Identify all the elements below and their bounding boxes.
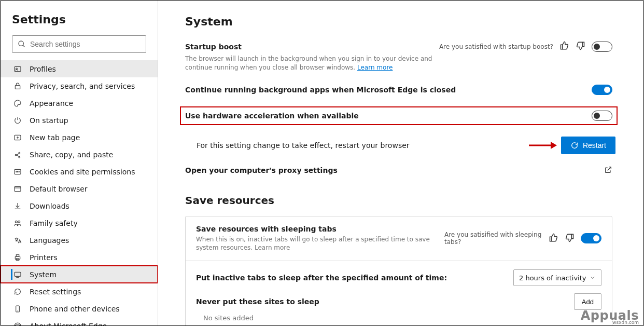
add-site-button[interactable]: Add [574, 293, 601, 310]
save-resources-card: Save resources with sleeping tabs When t… [185, 216, 612, 325]
thumbs-down-icon[interactable] [564, 233, 575, 244]
sidebar-item-label: Cookies and site permissions [30, 168, 135, 176]
hw-accel-title: Use hardware acceleration when available [185, 112, 359, 120]
sleeping-tabs-toggle[interactable] [581, 233, 601, 243]
sidebar-item-label: Privacy, search, and services [30, 82, 135, 90]
download-icon [13, 202, 22, 210]
sidebar-item-privacy[interactable]: Privacy, search, and services [1, 77, 158, 94]
sidebar-item-label: System [30, 270, 57, 279]
profile-icon [13, 65, 22, 73]
sidebar-item-label: Appearance [30, 99, 73, 107]
sleep-learn-more-link[interactable]: Learn more [255, 244, 290, 251]
restart-button-label: Restart [583, 141, 606, 150]
bg-apps-toggle[interactable] [592, 85, 612, 95]
search-input[interactable] [30, 40, 146, 48]
sidebar-item-label: Reset settings [30, 288, 81, 296]
hw-accel-toggle[interactable] [592, 111, 612, 121]
restart-row: For this setting change to take effect, … [197, 137, 612, 154]
sidebar-item-label: On startup [30, 116, 68, 125]
restart-button[interactable]: Restart [561, 137, 615, 154]
refresh-icon [570, 141, 579, 150]
sidebar-item-label: Default browser [30, 185, 88, 193]
inactive-title: Put inactive tabs to sleep after the spe… [196, 274, 447, 282]
startup-boost-title: Startup boost [185, 43, 242, 51]
startup-boost-block: Startup boost Are you satisfied with sta… [185, 40, 612, 72]
startup-boost-toggle[interactable] [592, 42, 612, 52]
svg-point-8 [15, 154, 17, 156]
svg-rect-20 [16, 254, 19, 256]
sidebar-item-cookies[interactable]: Cookies and site permissions [1, 163, 158, 180]
sidebar-item-appearance[interactable]: Appearance [1, 94, 158, 112]
palette-icon [13, 99, 22, 107]
svg-point-18 [18, 221, 20, 223]
sidebar-item-label: Family safety [30, 219, 78, 227]
sidebar-item-printers[interactable]: Printers [1, 249, 158, 266]
svg-point-3 [16, 68, 18, 70]
svg-point-10 [19, 156, 20, 158]
sidebar-item-newtab[interactable]: New tab page [1, 129, 158, 146]
svg-point-17 [15, 221, 17, 223]
sidebar-item-system[interactable]: System [1, 266, 158, 283]
svg-rect-2 [15, 66, 21, 71]
sidebar-item-about[interactable]: About Microsoft Edge [1, 317, 158, 325]
sidebar-item-onstartup[interactable]: On startup [1, 112, 158, 129]
svg-marker-28 [551, 142, 557, 149]
sidebar-nav: Profiles Privacy, search, and services A… [1, 60, 158, 325]
svg-point-0 [19, 41, 23, 46]
share-icon [13, 151, 22, 159]
restart-message: For this setting change to take effect, … [197, 141, 410, 150]
bg-apps-block: Continue running background apps when Mi… [185, 85, 612, 95]
sidebar-item-label: Languages [30, 236, 69, 244]
phone-icon [13, 305, 22, 313]
sidebar-item-reset[interactable]: Reset settings [1, 283, 158, 300]
svg-rect-4 [15, 85, 20, 89]
search-settings-box[interactable] [12, 35, 146, 53]
proxy-title: Open your computer's proxy settings [185, 166, 338, 174]
startup-learn-more-link[interactable]: Learn more [357, 64, 393, 71]
sleeping-tabs-desc: When this is on, inactive tabs will go t… [196, 235, 438, 253]
sidebar-item-profiles[interactable]: Profiles [1, 60, 158, 77]
bg-apps-title: Continue running background apps when Mi… [185, 86, 456, 94]
thumbs-down-icon[interactable] [575, 40, 585, 52]
sidebar-item-phone[interactable]: Phone and other devices [1, 300, 158, 317]
sidebar-item-family[interactable]: Family safety [1, 214, 158, 232]
power-icon [13, 116, 22, 125]
svg-rect-22 [15, 272, 21, 276]
sleeping-tabs-section: Save resources with sleeping tabs When t… [186, 216, 612, 261]
svg-line-1 [23, 45, 24, 47]
svg-rect-15 [15, 186, 21, 191]
sidebar-item-label: Printers [30, 253, 58, 262]
sidebar-item-defaultbrowser[interactable]: Default browser [1, 180, 158, 197]
inactive-duration-select[interactable]: 2 hours of inactivity [513, 269, 601, 286]
thumbs-up-icon[interactable] [559, 40, 570, 52]
edge-icon [13, 322, 22, 326]
never-sleep-title: Never put these sites to sleep [196, 297, 319, 306]
sleep-feedback-text: Are you satisified with sleeping tabs? [444, 231, 542, 246]
system-icon [13, 270, 22, 279]
page-title: System [185, 15, 612, 28]
proxy-row[interactable]: Open your computer's proxy settings [185, 166, 612, 175]
lock-icon [13, 82, 22, 90]
sidebar-item-label: Phone and other devices [30, 305, 120, 313]
settings-sidebar: Settings Profiles Privacy, search, and s… [1, 1, 158, 325]
sidebar-item-label: Share, copy, and paste [30, 151, 113, 159]
sidebar-item-label: Downloads [30, 202, 69, 210]
sleeping-tabs-title: Save resources with sleeping tabs [196, 225, 438, 233]
external-link-icon[interactable] [604, 166, 612, 175]
family-icon [13, 219, 22, 227]
startup-boost-desc: The browser will launch in the backgroun… [185, 55, 455, 72]
sidebar-item-label: New tab page [30, 133, 80, 142]
no-sites-text: No sites added [196, 310, 601, 322]
sidebar-item-downloads[interactable]: Downloads [1, 197, 158, 214]
sidebar-item-share[interactable]: Share, copy, and paste [1, 146, 158, 163]
thumbs-up-icon[interactable] [549, 233, 559, 244]
startup-feedback-text: Are you satisfied with startup boost? [439, 43, 553, 50]
sidebar-item-label: About Microsoft Edge [30, 322, 107, 326]
sidebar-item-languages[interactable]: Languages [1, 232, 158, 249]
select-value: 2 hours of inactivity [519, 274, 586, 282]
newtab-icon [13, 133, 22, 142]
settings-heading: Settings [12, 13, 158, 26]
printer-icon [13, 253, 22, 262]
language-icon [13, 236, 22, 244]
hw-accel-block: Use hardware acceleration when available [181, 107, 617, 124]
